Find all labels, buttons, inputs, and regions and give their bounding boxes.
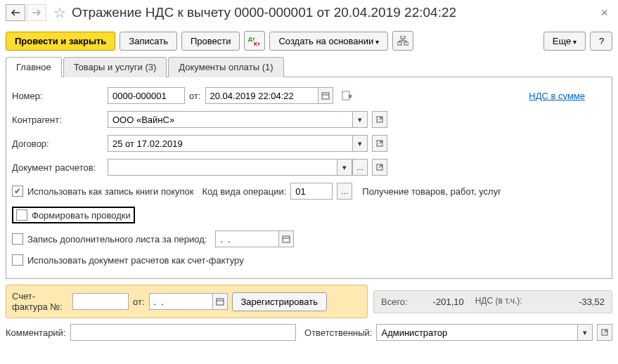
comment-input[interactable] <box>70 324 297 341</box>
contract-input[interactable] <box>108 135 352 152</box>
nav-back-button[interactable] <box>6 4 25 21</box>
post-and-close-button[interactable]: Провести и закрыть <box>6 32 115 51</box>
op-code-select[interactable]: … <box>337 183 352 200</box>
svg-rect-2 <box>401 36 405 39</box>
doc-status-icon <box>342 91 353 100</box>
use-purchase-book-checkbox[interactable] <box>12 186 23 197</box>
additional-sheet-label: Запись дополнительного листа за период: <box>27 234 207 245</box>
op-code-label: Код вида операции: <box>202 186 286 197</box>
calendar-icon <box>216 297 224 306</box>
invoice-label: Счет-фактура №: <box>12 291 68 312</box>
tab-goods[interactable]: Товары и услуги (3) <box>63 57 167 77</box>
svg-rect-10 <box>283 236 290 242</box>
additional-sheet-checkbox[interactable] <box>12 233 23 245</box>
from-label: от: <box>189 91 201 101</box>
additional-sheet-date[interactable] <box>215 230 278 247</box>
structure-button[interactable] <box>392 31 413 51</box>
additional-sheet-calendar[interactable] <box>278 230 294 247</box>
vat-label: НДС (в т.ч.): <box>475 297 522 306</box>
responsible-label: Ответственный: <box>304 327 372 338</box>
form-entries-label: Формировать проводки <box>32 210 131 221</box>
number-input[interactable] <box>108 87 185 104</box>
svg-rect-11 <box>217 299 224 305</box>
responsible-dropdown[interactable]: ▾ <box>577 324 593 341</box>
svg-rect-5 <box>322 93 329 99</box>
invoice-from-label: от: <box>133 297 145 307</box>
help-button[interactable]: ? <box>590 32 612 51</box>
svg-text:Кт: Кт <box>254 41 260 46</box>
open-icon <box>376 116 383 123</box>
form-entries-checkbox[interactable] <box>16 209 27 221</box>
invoice-number-input[interactable] <box>72 293 129 310</box>
tab-main[interactable]: Главное <box>6 57 62 77</box>
counterparty-input[interactable] <box>108 111 352 128</box>
arrow-left-icon <box>11 9 20 16</box>
contract-dropdown[interactable]: ▾ <box>352 135 368 152</box>
responsible-open[interactable] <box>597 324 612 341</box>
nav-forward-button[interactable] <box>27 4 46 21</box>
svg-rect-3 <box>397 42 401 45</box>
settlement-dropdown[interactable]: ▾ <box>337 159 352 176</box>
use-settlement-as-invoice-label: Использовать документ расчетов как счет-… <box>27 255 244 266</box>
total-value: -201,10 <box>422 297 464 307</box>
open-icon <box>376 140 383 147</box>
dt-kt-button[interactable]: ДтКт <box>244 31 265 51</box>
counterparty-open[interactable] <box>372 111 387 128</box>
calendar-button[interactable] <box>318 87 333 104</box>
total-label: Всего: <box>381 297 408 307</box>
page-title: Отражение НДС к вычету 0000-000001 от 20… <box>72 5 596 20</box>
op-code-input[interactable] <box>290 183 333 200</box>
register-invoice-button[interactable]: Зарегистрировать <box>232 292 327 311</box>
close-button[interactable]: × <box>596 6 612 20</box>
favorite-star-icon[interactable]: ☆ <box>53 4 66 21</box>
vat-value: -33,52 <box>562 297 605 307</box>
svg-rect-6 <box>342 91 349 100</box>
post-button[interactable]: Провести <box>181 32 240 51</box>
more-button[interactable]: Еще <box>543 32 586 51</box>
settlement-doc-label: Документ расчетов: <box>12 162 103 173</box>
number-label: Номер: <box>12 91 103 101</box>
vat-sum-link[interactable]: НДС в сумме <box>529 91 585 101</box>
tab-payments[interactable]: Документы оплаты (1) <box>168 57 283 77</box>
invoice-date-input[interactable] <box>149 293 212 310</box>
save-button[interactable]: Записать <box>120 32 177 51</box>
contract-open[interactable] <box>372 135 387 152</box>
arrow-right-icon <box>32 9 41 16</box>
counterparty-dropdown[interactable]: ▾ <box>352 111 368 128</box>
invoice-calendar[interactable] <box>212 293 228 310</box>
form-entries-highlight: Формировать проводки <box>12 207 135 223</box>
create-based-button[interactable]: Создать на основании <box>269 32 388 51</box>
settlement-open[interactable] <box>372 159 387 176</box>
calendar-icon <box>321 91 330 100</box>
settlement-doc-input[interactable] <box>108 159 337 176</box>
op-desc: Получение товаров, работ, услуг <box>362 186 501 197</box>
dt-kt-icon: ДтКт <box>248 35 261 46</box>
calendar-icon <box>282 235 290 243</box>
open-icon <box>601 329 608 336</box>
date-input[interactable] <box>205 87 318 104</box>
structure-icon <box>397 36 408 46</box>
comment-label: Комментарий: <box>6 327 66 338</box>
settlement-more[interactable]: … <box>352 159 368 176</box>
counterparty-label: Контрагент: <box>12 115 103 125</box>
contract-label: Договор: <box>12 138 103 149</box>
use-purchase-book-label: Использовать как запись книги покупок <box>27 186 193 197</box>
use-settlement-as-invoice-checkbox[interactable] <box>12 254 23 266</box>
open-icon <box>376 164 383 171</box>
svg-rect-4 <box>404 42 408 45</box>
responsible-input[interactable] <box>376 324 577 341</box>
